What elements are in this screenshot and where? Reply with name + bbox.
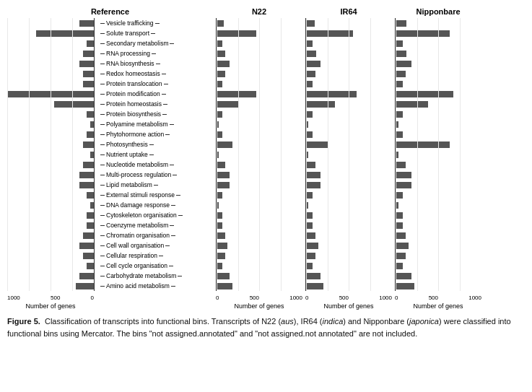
bar-row (217, 79, 302, 89)
bar-row (306, 200, 392, 210)
ref-bar (83, 81, 94, 87)
ref-bar (83, 253, 94, 259)
ref-bar (87, 212, 94, 219)
ref-bar-row (7, 28, 94, 38)
category-label: Lipid metabolism (97, 180, 213, 190)
bar (306, 40, 313, 47)
category-label: Nutrient uptake (97, 149, 213, 160)
category-label: Polyamine metabolism (97, 119, 213, 129)
bar-row (217, 251, 302, 261)
category-label: Cell cycle organisation (97, 261, 213, 271)
ref-bar-row (7, 180, 94, 190)
bar-row (217, 149, 302, 160)
category-text: Cytoskeleton organisation (106, 212, 177, 219)
bar-row (306, 79, 392, 89)
category-label: Vesicle trafficking (97, 18, 213, 28)
category-text: Amino acid metabolism (106, 282, 170, 289)
ref-bar-row (7, 109, 94, 119)
category-text: Carbohydrate metabolism (106, 272, 176, 279)
bar (306, 192, 313, 199)
bar (306, 253, 315, 259)
bar (396, 20, 406, 27)
tick-left (100, 266, 105, 266)
bar (217, 30, 256, 37)
tick-right (151, 33, 155, 34)
ref-bar (36, 30, 94, 37)
tick-left (100, 215, 105, 216)
bar-row (306, 160, 392, 170)
bar-row (396, 109, 481, 119)
bar-row (306, 58, 392, 69)
tick-left (100, 195, 105, 196)
ref-bar (79, 172, 94, 178)
ref-bar-row (7, 69, 94, 79)
category-label: Nucleotide metabolism (97, 160, 213, 170)
bar-row (306, 89, 392, 99)
tick-left (100, 104, 105, 105)
ir64-axis-label: Number of genes (305, 302, 392, 310)
bar-row (306, 210, 392, 220)
ref-bar-row (7, 129, 94, 139)
bar-row (306, 69, 392, 79)
tick-right (152, 53, 156, 54)
bar (396, 232, 406, 239)
bar (396, 121, 398, 128)
tick-right (170, 165, 174, 165)
tick-right (170, 124, 174, 125)
category-text: Cell wall organisation (106, 242, 164, 249)
bar-row (217, 69, 302, 79)
bar (306, 131, 313, 138)
tick-left (100, 154, 105, 155)
ref-bar-row (7, 89, 94, 99)
nipponbare-bars (395, 18, 481, 291)
ir64-title: IR64 (305, 7, 392, 16)
tick-left (100, 235, 105, 236)
bar (217, 222, 222, 229)
bar-row (306, 38, 392, 48)
bar (396, 243, 409, 249)
bar-row (396, 89, 481, 99)
category-text: Nucleotide metabolism (106, 161, 168, 168)
n22-panel: N22 0 500 1000 Number of genes (216, 7, 302, 310)
ref-axis-1000: 1000 (7, 295, 20, 301)
bar (396, 172, 411, 178)
ref-bar (87, 111, 94, 118)
ref-bar-row (7, 48, 94, 58)
category-label: Amino acid metabolism (97, 281, 213, 291)
bar-row (306, 180, 392, 190)
bar (217, 182, 230, 188)
tick-right (171, 235, 175, 236)
bar (306, 263, 313, 269)
category-text: Polyamine metabolism (106, 121, 168, 128)
bar (217, 263, 222, 269)
category-text: Protein biosynthesis (106, 110, 161, 118)
tick-left (100, 225, 105, 226)
tick-right (149, 154, 154, 155)
bar-row (217, 119, 302, 129)
bar (217, 273, 230, 279)
ref-bar-row (7, 139, 94, 149)
bar-row (306, 99, 392, 109)
tick-right (155, 23, 160, 24)
ir64-bars (305, 18, 392, 291)
bar-row (396, 251, 481, 261)
tick-left (100, 64, 105, 64)
ref-bar (79, 20, 94, 27)
ref-bar (83, 232, 94, 239)
tick-left (100, 245, 105, 246)
bar-row (396, 99, 481, 109)
category-label: Solute transport (97, 28, 213, 38)
bar (396, 61, 411, 67)
nipponbare-axis-1000: 1000 (468, 295, 481, 301)
n22-axis-1000: 1000 (289, 295, 302, 301)
reference-bars (7, 18, 94, 291)
category-text: Cellular respiration (106, 252, 157, 259)
ref-bar (83, 162, 94, 168)
tick-right (170, 43, 174, 44)
figure-caption: Figure 5. Classification of transcripts … (7, 315, 525, 339)
tick-right (149, 144, 154, 145)
tick-right (165, 134, 170, 135)
bar (306, 232, 315, 239)
bar (396, 111, 403, 118)
bar-row (217, 129, 302, 139)
